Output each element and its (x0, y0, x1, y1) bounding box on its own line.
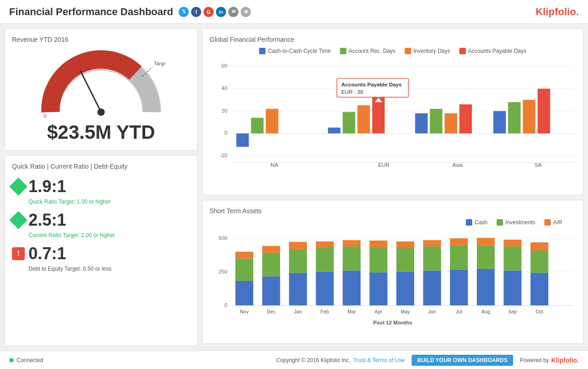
twitter-icon[interactable]: 𝕏 (179, 7, 189, 17)
legend-color-ar-days (340, 48, 346, 54)
svg-text:Feb: Feb (321, 309, 329, 314)
header: Financial Performance Dashboard 𝕏 f G in… (0, 0, 588, 24)
powered-by: Powered by Klipfolio. (520, 357, 579, 364)
klipfolio-logo: Klipfolio. (536, 6, 579, 18)
sa-bar-ap (537, 89, 550, 133)
footer-right: Copyright © 2016 Klipfolio Inc. Trust & … (276, 355, 579, 366)
build-dashboards-button[interactable]: BUILD YOUR OWN DASHBOARDS (412, 355, 513, 366)
revenue-title: Revenue YTD 2016 (12, 36, 190, 43)
quick-ratio-icon (9, 177, 28, 196)
global-chart-card: Global Financial Performance Cash-to-Cas… (202, 28, 583, 195)
na-bar-cash (236, 133, 249, 147)
left-panel: Revenue YTD 2016 Target: $30.0M (5, 28, 198, 346)
legend-ar-days: Account Rec. Days (340, 48, 396, 54)
legend-color-cash (466, 219, 472, 226)
legend-color-cash-cycle (259, 48, 266, 54)
quick-ratio-value: 1.9:1 (28, 177, 66, 196)
svg-rect-78 (531, 273, 548, 306)
debt-ratio-item: ! 0.7:1 (12, 244, 190, 263)
svg-rect-64 (423, 240, 441, 247)
legend-color-inventory (405, 48, 411, 54)
current-ratio-value: 2.5:1 (28, 210, 66, 230)
svg-text:250: 250 (218, 268, 227, 274)
sa-bar-ar (508, 102, 520, 133)
svg-rect-66 (450, 270, 468, 306)
asia-bar-ar (430, 109, 442, 134)
eur-bar-cash (328, 128, 340, 134)
svg-point-4 (97, 108, 105, 116)
svg-rect-54 (369, 272, 387, 306)
connected-indicator (9, 358, 14, 363)
short-term-chart-card: Short Term Assets Cash Investments A/R (202, 200, 583, 344)
legend-color-ar (544, 219, 551, 226)
sa-bar-inventory (523, 100, 535, 133)
svg-rect-46 (316, 272, 334, 306)
quick-ratio-item: 1.9:1 (12, 177, 190, 196)
svg-text:Jul: Jul (456, 309, 462, 314)
powered-by-logo: Klipfolio. (551, 357, 579, 364)
svg-text:Target: $30.0M: Target: $30.0M (154, 61, 165, 66)
legend-cash: Cash (466, 219, 487, 226)
svg-rect-60 (396, 241, 414, 248)
svg-text:20: 20 (221, 108, 227, 114)
main-content: Revenue YTD 2016 Target: $30.0M (0, 24, 588, 351)
footer-left: Connected (9, 357, 43, 363)
legend-color-investments (497, 219, 503, 226)
svg-rect-51 (343, 246, 361, 271)
current-ratio-item: 2.5:1 (12, 210, 190, 230)
svg-line-3 (80, 71, 101, 112)
svg-rect-55 (369, 247, 387, 272)
facebook-icon[interactable]: f (191, 7, 201, 17)
svg-text:Nov: Nov (240, 309, 249, 314)
svg-rect-76 (503, 240, 521, 247)
svg-text:60: 60 (221, 62, 227, 68)
page-title: Financial Performance Dashboard (9, 6, 173, 18)
svg-rect-47 (316, 247, 334, 272)
debt-ratio-icon: ! (12, 247, 25, 260)
svg-rect-35 (235, 258, 253, 281)
footer: Connected Copyright © 2016 Klipfolio Inc… (0, 351, 588, 369)
ratios-title: Quick Ratio | Current Ratio | Debt-Equit… (12, 163, 190, 170)
gauge-container: Target: $30.0M 0 (37, 48, 165, 117)
svg-rect-67 (450, 245, 468, 270)
svg-rect-74 (503, 271, 521, 306)
svg-text:EUR : 38: EUR : 38 (341, 89, 363, 95)
svg-text:0: 0 (224, 130, 227, 136)
ratios-card: Quick Ratio | Current Ratio | Debt-Equit… (5, 155, 198, 346)
svg-text:Mar: Mar (347, 309, 356, 314)
legend-inventory-days: Inventory Days (405, 48, 450, 54)
connected-label: Connected (17, 357, 43, 363)
legend-color-ap-days (459, 48, 466, 54)
debt-ratio-value: 0.7:1 (28, 244, 66, 263)
svg-rect-70 (477, 269, 495, 306)
svg-text:Apr: Apr (375, 309, 383, 314)
trust-link[interactable]: Trust & Terms of Use (353, 357, 405, 363)
google-icon[interactable]: G (204, 7, 214, 17)
asia-bar-ap (459, 104, 472, 133)
linkedin-icon[interactable]: in (216, 7, 226, 17)
svg-rect-75 (503, 246, 521, 271)
debt-ratio-target: Debt to Equity Target: 0.50 or less (28, 266, 190, 272)
email-icon[interactable]: ✉ (228, 7, 238, 17)
current-ratio-icon (9, 211, 28, 229)
svg-text:Accounts Payable Days: Accounts Payable Days (341, 81, 402, 87)
svg-text:0: 0 (44, 113, 46, 119)
legend-ar: A/R (544, 219, 562, 226)
header-left: Financial Performance Dashboard 𝕏 f G in… (9, 6, 251, 18)
svg-text:-20: -20 (220, 152, 227, 158)
svg-text:0: 0 (224, 302, 227, 308)
svg-rect-59 (396, 248, 414, 272)
asia-bar-cash (415, 114, 428, 134)
share-icon[interactable]: ⊕ (241, 7, 251, 17)
svg-rect-42 (289, 273, 307, 306)
gauge-svg: Target: $30.0M 0 (37, 48, 165, 121)
svg-text:Past 12 Months: Past 12 Months (373, 319, 413, 325)
svg-rect-40 (262, 246, 280, 253)
svg-text:Oct: Oct (536, 309, 543, 314)
svg-rect-63 (423, 246, 441, 271)
na-bar-ar (251, 118, 264, 133)
svg-rect-43 (289, 249, 307, 273)
quick-ratio-target: Quick Ratio Target: 1.00 or higher (28, 199, 190, 205)
svg-text:SA: SA (534, 162, 542, 168)
global-chart-svg: 60 40 20 0 -20 (209, 58, 576, 187)
